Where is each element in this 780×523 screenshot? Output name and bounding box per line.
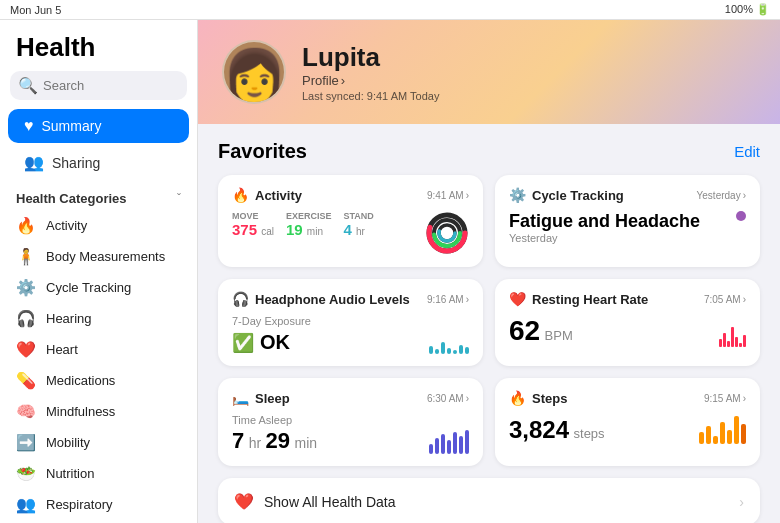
headphone-content: 7-Day Exposure ✅ OK (232, 315, 469, 354)
chevron-icon: › (743, 393, 746, 404)
stand-value: 4 hr (344, 221, 374, 238)
steps-bars-chart (699, 414, 746, 444)
card-title-group: 🛏️ Sleep (232, 390, 290, 406)
status-center: ⠀⠀⠀ (381, 3, 405, 16)
steps-card-title: Steps (532, 391, 567, 406)
steps-icon: 🔥 (509, 390, 526, 406)
cycle-card-icon: ⚙️ (509, 187, 526, 203)
heart-icon: ❤️ (16, 340, 36, 359)
ok-badge: ✅ OK (232, 331, 311, 354)
heart-rate-content: 62 BPM (509, 315, 746, 347)
sidebar-item-summary[interactable]: ♥ Summary (8, 109, 189, 143)
sidebar-item-activity[interactable]: 🔥 Activity (0, 210, 197, 241)
category-label: Respiratory (46, 497, 112, 512)
cycle-sub-text: Yesterday (509, 232, 700, 244)
bar (459, 345, 463, 354)
chart-bar (699, 432, 704, 444)
card-title-group: 🔥 Steps (509, 390, 567, 406)
sidebar-item-mindfulness[interactable]: 🧠 Mindfulness (0, 396, 197, 427)
sidebar-item-nutrition[interactable]: 🥗 Nutrition (0, 458, 197, 489)
search-input[interactable] (43, 78, 198, 93)
sidebar-item-mobility[interactable]: ➡️ Mobility (0, 427, 197, 458)
heart-rate-card-title: Resting Heart Rate (532, 292, 648, 307)
edit-button[interactable]: Edit (734, 143, 760, 160)
steps-card[interactable]: 🔥 Steps 9:15 AM › 3,824 steps (495, 378, 760, 466)
activity-card[interactable]: 🔥 Activity 9:41 AM › Move 375 (218, 175, 483, 267)
sleep-hours: 7 (232, 428, 244, 453)
card-title-group: 🔥 Activity (232, 187, 302, 203)
chart-bar (727, 341, 730, 347)
sidebar-item-heart[interactable]: ❤️ Heart (0, 334, 197, 365)
status-bar: Mon Jun 5 ⠀⠀⠀ 100% 🔋 (0, 0, 780, 20)
chart-bar (727, 430, 732, 444)
sleep-label: Time Asleep (232, 414, 317, 426)
chevron-icon: › (466, 190, 469, 201)
chart-bar (741, 424, 746, 444)
chart-bar (720, 422, 725, 444)
bar (429, 346, 433, 354)
headphone-icon: 🎧 (232, 291, 249, 307)
category-label: Medications (46, 373, 115, 388)
avatar-image: 👩 (222, 50, 286, 102)
heart-rate-card-time: 7:05 AM › (704, 294, 746, 305)
chart-bar (435, 438, 439, 454)
main-layout: Health 🔍 🎤 ♥ Summary 👥 Sharing Health Ca… (0, 20, 780, 523)
bpm-group: 62 BPM (509, 315, 573, 347)
sleep-card[interactable]: 🛏️ Sleep 6:30 AM › Time Asleep 7 (218, 378, 483, 466)
medications-icon: 💊 (16, 371, 36, 390)
exposure-bars (429, 330, 469, 354)
sleep-card-time: 6:30 AM › (427, 393, 469, 404)
sleep-card-icon: 🛏️ (232, 390, 249, 406)
summary-icon: ♥ (24, 117, 34, 135)
profile-link[interactable]: Profile › (302, 73, 439, 88)
search-icon: 🔍 (18, 76, 38, 95)
activity-card-time: 9:41 AM › (427, 190, 469, 201)
chart-bar (731, 327, 734, 347)
cycle-dot-indicator (736, 211, 746, 221)
chevron-icon: › (743, 294, 746, 305)
chart-bar (719, 339, 722, 347)
card-title-group: ⚙️ Cycle Tracking (509, 187, 624, 203)
show-all-row[interactable]: ❤️ Show All Health Data › (218, 478, 760, 523)
card-header: ⚙️ Cycle Tracking Yesterday › (509, 187, 746, 203)
activity-card-title: Activity (255, 188, 302, 203)
category-label: Activity (46, 218, 87, 233)
search-bar[interactable]: 🔍 🎤 (10, 71, 187, 100)
sleep-bars-chart (429, 430, 469, 454)
chart-bar (723, 333, 726, 347)
body-icon: 🧍 (16, 247, 36, 266)
sleep-min-label: min (295, 435, 318, 451)
status-battery: 100% 🔋 (725, 3, 770, 16)
sidebar-item-body[interactable]: 🧍 Body Measurements (0, 241, 197, 272)
cycle-tracking-card[interactable]: ⚙️ Cycle Tracking Yesterday › Fatigue an… (495, 175, 760, 267)
cycle-card-title: Cycle Tracking (532, 188, 624, 203)
stand-metric: Stand 4 hr (344, 211, 374, 238)
chevron-icon: › (743, 190, 746, 201)
card-header: 🔥 Activity 9:41 AM › (232, 187, 469, 203)
move-value: 375 cal (232, 221, 274, 238)
sleep-minutes: 29 (266, 428, 290, 453)
status-time: Mon Jun 5 (10, 4, 61, 16)
heart-rate-icon: ❤️ (509, 291, 526, 307)
chart-bar (453, 432, 457, 454)
sidebar-item-cycle[interactable]: ⚙️ Cycle Tracking (0, 272, 197, 303)
chart-bar (735, 337, 738, 347)
sidebar-item-hearing[interactable]: 🎧 Hearing (0, 303, 197, 334)
heart-rate-card[interactable]: ❤️ Resting Heart Rate 7:05 AM › 62 BPM (495, 279, 760, 366)
sidebar-item-medications[interactable]: 💊 Medications (0, 365, 197, 396)
chart-bar (447, 440, 451, 454)
avatar: 👩 (222, 40, 286, 104)
category-label: Cycle Tracking (46, 280, 131, 295)
ok-checkmark-icon: ✅ (232, 332, 254, 354)
sidebar-item-respiratory[interactable]: 👥 Respiratory (0, 489, 197, 520)
headphone-card[interactable]: 🎧 Headphone Audio Levels 9:16 AM › 7-Day… (218, 279, 483, 366)
steps-count: 3,824 (509, 416, 569, 443)
mindfulness-icon: 🧠 (16, 402, 36, 421)
sleep-hr-label: hr (249, 435, 261, 451)
sleep-time-group: Time Asleep 7 hr 29 min (232, 414, 317, 454)
profile-info: Lupita Profile › Last synced: 9:41 AM To… (302, 42, 439, 102)
steps-unit: steps (574, 426, 605, 441)
exposure-label: 7-Day Exposure (232, 315, 311, 327)
card-header: 🎧 Headphone Audio Levels 9:16 AM › (232, 291, 469, 307)
sidebar-item-sharing[interactable]: 👥 Sharing (8, 145, 189, 180)
